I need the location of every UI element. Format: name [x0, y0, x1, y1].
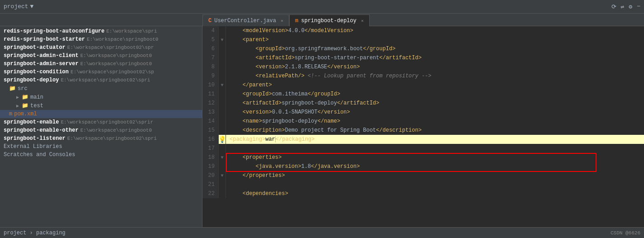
code-line-20: 20 ▼ </properties> — [202, 171, 644, 180]
sidebar-item-main[interactable]: ▶ 📁 main — [0, 93, 202, 101]
close-icon[interactable]: − — [637, 3, 640, 10]
code-line-6: 6 <groupId>org.springframework.boot</gro… — [202, 44, 644, 53]
project-text: project — [4, 3, 28, 10]
sidebar-item-src[interactable]: 📁 src — [0, 84, 202, 93]
editor-wrapper: 4 <modelVersion>4.0.0</modelVersion> 5 ▼… — [202, 26, 644, 227]
line-number-4: 4 — [202, 26, 219, 35]
gutter-21 — [219, 180, 226, 189]
code-content-14: <name>springboot-deploy</name> — [226, 117, 644, 126]
line-number-15: 15 — [202, 126, 219, 135]
fold-icon-10[interactable]: ▼ — [221, 83, 223, 88]
fold-icon-18[interactable]: ▼ — [221, 155, 223, 160]
code-line-5: 5 ▼ <parent> — [202, 35, 644, 44]
sidebar-item-scratches[interactable]: Scratches and Consoles — [0, 151, 202, 159]
code-editor[interactable]: 4 <modelVersion>4.0.0</modelVersion> 5 ▼… — [202, 26, 644, 198]
toolbar-icons: ⟳ ⇌ ⚙ − — [611, 3, 640, 10]
code-content-19: <java.version>1.8</java.version> — [226, 162, 644, 171]
code-content-21 — [226, 180, 644, 189]
tab-springboot-deploy[interactable]: m springboot-deploy ✕ — [289, 14, 370, 26]
line-number-14: 14 — [202, 117, 219, 126]
sidebar-item-redis-autoconfigure[interactable]: redis-spring-boot-autoconfigure E:\works… — [0, 27, 202, 35]
code-line-9: 9 <relativePath/> <!-- Lookup parent fro… — [202, 71, 644, 81]
code-line-14: 14 <name>springboot-deploy</name> — [202, 117, 644, 126]
sidebar-item-deploy[interactable]: springboot-deploy E:\workspace\springboo… — [0, 76, 202, 84]
code-content-11: <groupId>com.itheima</groupId> — [226, 90, 644, 99]
file-icon-m: m — [9, 111, 12, 117]
line-number-18: 18 — [202, 153, 219, 162]
gutter-11 — [219, 90, 226, 99]
code-content-22: <dependencies> — [226, 189, 644, 198]
tab-icon-m: m — [295, 18, 298, 24]
code-content-17 — [226, 144, 644, 153]
line-number-6: 6 — [202, 44, 219, 53]
sidebar-item-listener[interactable]: springboot-listener E:\workspace\springb… — [0, 134, 202, 143]
folder-icon-main: 📁 — [22, 94, 28, 100]
sync-icon[interactable]: ⟳ — [611, 3, 616, 10]
fold-icon-20[interactable]: ▼ — [221, 173, 223, 178]
gutter-4 — [219, 26, 226, 35]
code-line-16: 16 💡 <packaging>war</packaging> — [202, 135, 644, 144]
gutter-18: ▼ — [219, 153, 226, 162]
sidebar-item-enable-other[interactable]: springboot-enable-other E:\workspace\spr… — [0, 126, 202, 134]
breadcrumb: project › packaging — [4, 230, 66, 236]
tab-usercontroller[interactable]: C UserController.java ✕ — [202, 14, 289, 26]
settings-icon[interactable]: ⚙ — [629, 3, 632, 10]
code-content-9: <relativePath/> <!-- Lookup parent from … — [226, 71, 644, 81]
code-content-5: <parent> — [226, 35, 644, 44]
line-number-13: 13 — [202, 108, 219, 117]
sidebar: redis-spring-boot-autoconfigure E:\works… — [0, 26, 202, 227]
gutter-5: ▼ — [219, 35, 226, 44]
code-line-15: 15 <description>Demo project for Spring … — [202, 126, 644, 135]
tab-close-usercontroller[interactable]: ✕ — [281, 18, 283, 24]
project-label[interactable]: project ▼ — [4, 3, 33, 10]
gutter-13 — [219, 108, 226, 117]
sidebar-item-condition[interactable]: springboot-condition E:\workspace\spring… — [0, 68, 202, 76]
code-content-15: <description>Demo project for Spring Boo… — [226, 126, 644, 135]
gutter-6 — [219, 44, 226, 53]
code-line-8: 8 <version>2.1.8.RELEASE</version> — [202, 62, 644, 71]
code-line-18: 18 ▼ <properties> — [202, 153, 644, 162]
tab-label-usercontroller: UserController.java — [214, 18, 276, 24]
sidebar-item-test[interactable]: ▶ 📁 test — [0, 101, 202, 110]
gutter-9 — [219, 71, 226, 81]
balance-icon[interactable]: ⇌ — [621, 3, 625, 10]
code-content-20: </properties> — [226, 171, 644, 180]
fold-icon-5[interactable]: ▼ — [221, 38, 223, 43]
bulb-icon[interactable]: 💡 — [218, 136, 226, 143]
sidebar-item-admin-client[interactable]: springboot-admin-client E:\workspace\spr… — [0, 52, 202, 60]
code-line-22: 22 <dependencies> — [202, 189, 644, 198]
code-line-7: 7 <artifactId>spring-boot-starter-parent… — [202, 53, 644, 62]
code-line-21: 21 — [202, 180, 644, 189]
line-number-20: 20 — [202, 171, 219, 180]
code-line-11: 11 <groupId>com.itheima</groupId> — [202, 90, 644, 99]
line-number-16: 16 — [202, 135, 219, 144]
sidebar-item-actuator[interactable]: springboot-actuator E:\workspace\springb… — [0, 43, 202, 52]
line-number-22: 22 — [202, 189, 219, 198]
watermark: CSDN @6626 — [611, 230, 640, 236]
toolbar: project ▼ ⟳ ⇌ ⚙ − — [0, 0, 644, 14]
code-content-6: <groupId>org.springframework.boot</group… — [226, 44, 644, 53]
code-content-7: <artifactId>spring-boot-starter-parent</… — [226, 53, 644, 62]
line-number-7: 7 — [202, 53, 219, 62]
tab-close-springboot-deploy[interactable]: ✕ — [361, 18, 364, 24]
line-number-12: 12 — [202, 99, 219, 108]
line-number-17: 17 — [202, 144, 219, 153]
sidebar-item-pom[interactable]: m pom.xml — [0, 110, 202, 118]
line-number-11: 11 — [202, 90, 219, 99]
gutter-15 — [219, 126, 226, 135]
dropdown-arrow: ▼ — [30, 3, 34, 10]
code-line-17: 17 — [202, 144, 644, 153]
code-content-4: <modelVersion>4.0.0</modelVersion> — [226, 26, 644, 35]
sidebar-item-enable[interactable]: springboot-enable E:\workspace\springboo… — [0, 118, 202, 126]
gutter-7 — [219, 53, 226, 62]
sidebar-item-redis-starter[interactable]: redis-spring-boot-starter E:\workspace\s… — [0, 35, 202, 43]
code-line-12: 12 <artifactId>springboot-deploy</artifa… — [202, 99, 644, 108]
gutter-8 — [219, 62, 226, 71]
tab-label-springboot-deploy: springboot-deploy — [301, 18, 356, 24]
code-line-4: 4 <modelVersion>4.0.0</modelVersion> — [202, 26, 644, 35]
code-content-13: <version>0.0.1-SNAPSHOT</version> — [226, 108, 644, 117]
sidebar-item-external-libraries[interactable]: External Libraries — [0, 143, 202, 151]
gutter-19 — [219, 162, 226, 171]
code-line-19: 19 <java.version>1.8</java.version> — [202, 162, 644, 171]
sidebar-item-admin-server[interactable]: springboot-admin-server E:\workspace\spr… — [0, 60, 202, 68]
